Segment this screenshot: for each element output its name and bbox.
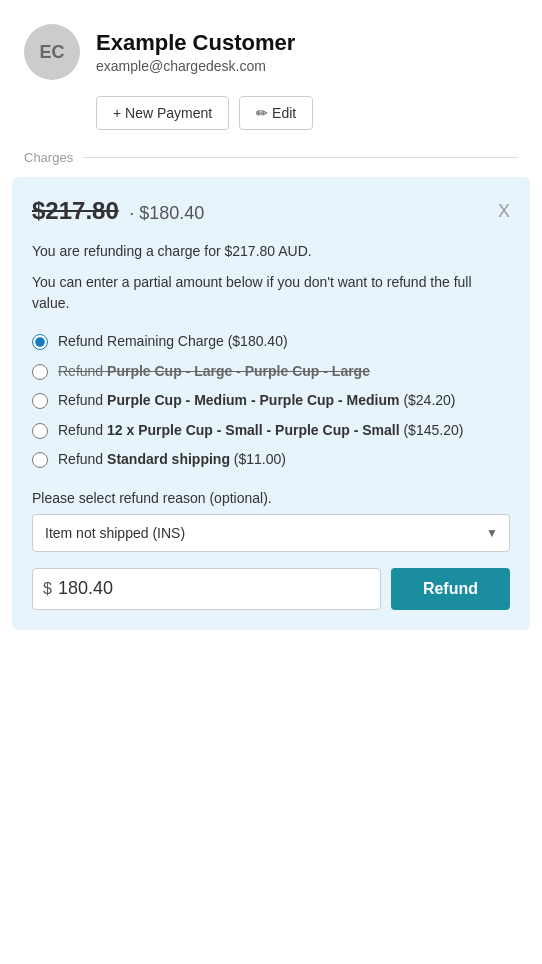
refund-option-5[interactable]: Refund Standard shipping ($11.00) <box>32 450 510 470</box>
charges-section-header: Charges <box>0 150 542 165</box>
refund-radio-1[interactable] <box>32 334 48 350</box>
refund-radio-3[interactable] <box>32 393 48 409</box>
customer-email: example@chargedesk.com <box>96 58 295 74</box>
refund-option-2-label: Refund Purple Cup - Large - Purple Cup -… <box>58 362 370 382</box>
card-header: $217.80 · $180.40 X <box>32 197 510 225</box>
reason-select[interactable]: Item not shipped (INS) Duplicate charge … <box>32 514 510 552</box>
currency-symbol: $ <box>43 580 52 598</box>
edit-button[interactable]: ✏ Edit <box>239 96 313 130</box>
refund-radio-5[interactable] <box>32 452 48 468</box>
refund-description: You are refunding a charge for $217.80 A… <box>32 241 510 262</box>
new-payment-button[interactable]: + New Payment <box>96 96 229 130</box>
amount-field: $ <box>32 568 381 610</box>
amount-input[interactable] <box>58 578 370 599</box>
refund-card: $217.80 · $180.40 X You are refunding a … <box>12 177 530 630</box>
reason-label: Please select refund reason (optional). <box>32 490 510 506</box>
price-display: $217.80 · $180.40 <box>32 197 204 225</box>
refund-option-3-label: Refund Purple Cup - Medium - Purple Cup … <box>58 391 456 411</box>
reason-select-wrapper: Item not shipped (INS) Duplicate charge … <box>32 514 510 552</box>
price-original: $217.80 <box>32 197 119 224</box>
partial-info: You can enter a partial amount below if … <box>32 272 510 314</box>
refund-radio-4[interactable] <box>32 423 48 439</box>
refund-row: $ Refund <box>32 568 510 610</box>
refund-radio-2[interactable] <box>32 364 48 380</box>
customer-name: Example Customer <box>96 30 295 56</box>
refund-option-4[interactable]: Refund 12 x Purple Cup - Small - Purple … <box>32 421 510 441</box>
refund-option-1[interactable]: Refund Remaining Charge ($180.40) <box>32 332 510 352</box>
action-buttons: + New Payment ✏ Edit <box>0 96 542 150</box>
refund-option-1-label: Refund Remaining Charge ($180.40) <box>58 332 288 352</box>
refund-options: Refund Remaining Charge ($180.40) Refund… <box>32 332 510 470</box>
price-refund: · $180.40 <box>129 203 204 223</box>
refund-option-5-label: Refund Standard shipping ($11.00) <box>58 450 286 470</box>
customer-header: EC Example Customer example@chargedesk.c… <box>0 0 542 96</box>
refund-option-2[interactable]: Refund Purple Cup - Large - Purple Cup -… <box>32 362 510 382</box>
refund-button[interactable]: Refund <box>391 568 510 610</box>
customer-info: Example Customer example@chargedesk.com <box>96 30 295 74</box>
avatar: EC <box>24 24 80 80</box>
refund-option-4-label: Refund 12 x Purple Cup - Small - Purple … <box>58 421 463 441</box>
close-button[interactable]: X <box>498 201 510 222</box>
refund-option-3[interactable]: Refund Purple Cup - Medium - Purple Cup … <box>32 391 510 411</box>
charges-label-text: Charges <box>24 150 73 165</box>
